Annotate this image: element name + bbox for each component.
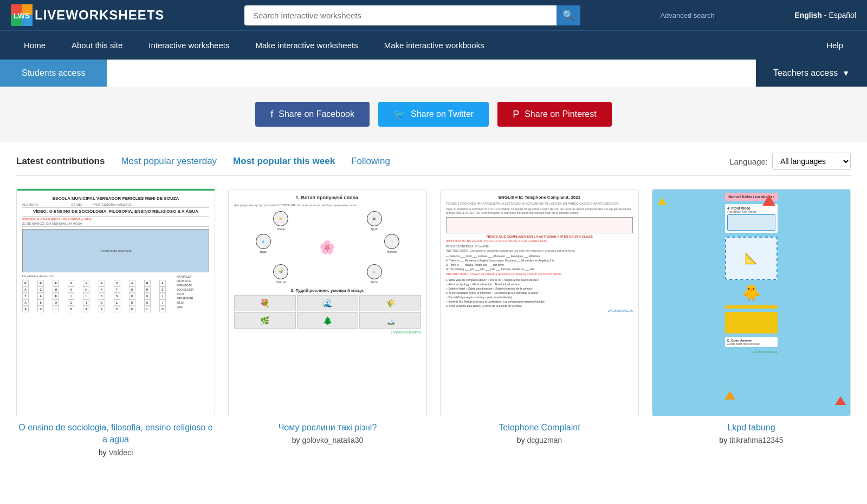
share-twitter-button[interactable]: 🐦 Share on Twitter <box>378 102 489 127</box>
logo-text: LIVEWORKSHEETS <box>35 8 164 23</box>
card-2-image: 1. Встав пропущені слова. Два рядки текс… <box>228 189 427 416</box>
card-4-title: Lkpd tabung <box>652 422 851 434</box>
language-select[interactable]: All languages English Spanish Portuguese… <box>772 153 851 170</box>
cards-grid: ESCOLA MUNICIPAL VEREADOR PERICLES RENI … <box>16 189 851 457</box>
search-container: 🔍 <box>244 5 580 25</box>
card-3-image: ENGLISH B: Telephone Complaint, 2021 TIE… <box>440 189 639 416</box>
twitter-icon: 🐦 <box>393 108 405 120</box>
content-area: Latest contributions Most popular yester… <box>0 142 867 468</box>
card-4-author: by titikrahma12345 <box>652 436 851 444</box>
social-share-bar: f Share on Facebook 🐦 Share on Twitter P… <box>0 87 867 142</box>
nav-home[interactable]: Home <box>11 31 59 60</box>
content-tabs: Latest contributions Most popular yester… <box>16 153 851 176</box>
tab-popular-yesterday[interactable]: Most popular yesterday <box>121 156 217 167</box>
main-nav: Home About this site Interactive workshe… <box>0 30 867 60</box>
card-1-image: ESCOLA MUNICIPAL VEREADOR PERICLES RENI … <box>16 189 215 416</box>
teachers-access-label: Teachers access <box>773 68 838 78</box>
tab-popular-week[interactable]: Most popular this week <box>233 156 335 167</box>
facebook-icon: f <box>270 109 273 120</box>
search-button[interactable]: 🔍 <box>557 5 580 25</box>
share-facebook-label: Share on Facebook <box>279 109 354 119</box>
nav-help[interactable]: Help <box>813 31 856 60</box>
lang-english[interactable]: English <box>794 11 822 19</box>
nav-make-worksheets[interactable]: Make interactive worksheets <box>242 31 371 60</box>
logo-icon: LWS <box>11 4 33 26</box>
nav-about[interactable]: About this site <box>59 31 135 60</box>
logo[interactable]: LWS LIVEWORKSHEETS <box>11 4 164 26</box>
triangle-decoration <box>762 195 775 206</box>
search-input[interactable] <box>244 5 580 25</box>
card-3[interactable]: ENGLISH B: Telephone Complaint, 2021 TIE… <box>440 189 639 457</box>
card-3-mockup: ENGLISH B: Telephone Complaint, 2021 TIE… <box>441 189 638 416</box>
share-twitter-label: Share on Twitter <box>411 109 474 119</box>
triangle-yellow-decoration <box>724 391 735 400</box>
card-2[interactable]: 1. Встав пропущені слова. Два рядки текс… <box>228 189 427 457</box>
tab-following[interactable]: Following <box>351 156 390 167</box>
card-2-mockup: 1. Встав пропущені слова. Два рядки текс… <box>229 189 426 416</box>
header: LWS LIVEWORKSHEETS 🔍 Advanced search Eng… <box>0 0 867 30</box>
language-filter-label: Language: <box>729 157 768 166</box>
students-access-button[interactable]: Students access <box>0 60 107 87</box>
lang-spanish[interactable]: Español <box>829 11 856 19</box>
tab-latest[interactable]: Latest contributions <box>16 156 105 167</box>
language-filter: Language: All languages English Spanish … <box>729 153 851 170</box>
card-2-title: Чому рослини такі різні? <box>228 422 427 434</box>
card-3-title: Telephone Complaint <box>440 422 639 434</box>
card-1-mockup: ESCOLA MUNICIPAL VEREADOR PERICLES RENI … <box>17 191 215 416</box>
card-1-author: by Valdeci <box>16 448 215 457</box>
nav-interactive[interactable]: Interactive worksheets <box>135 31 242 60</box>
pinterest-icon: P <box>513 109 519 120</box>
access-bar: Students access Teachers access ▼ <box>0 60 867 87</box>
share-pinterest-label: Share on Pinterest <box>525 109 597 119</box>
card-1-title: O ensino de sociologia, filosofia, ensin… <box>16 422 215 446</box>
share-facebook-button[interactable]: f Share on Facebook <box>255 102 370 127</box>
card-4[interactable]: Nama / Kelas / no absen : 4. Input Video… <box>652 189 851 457</box>
chevron-down-icon: ▼ <box>842 69 850 77</box>
nav-make-workbooks[interactable]: Make interactive workbooks <box>371 31 497 60</box>
card-1[interactable]: ESCOLA MUNICIPAL VEREADOR PERICLES RENI … <box>16 189 215 457</box>
search-icon: 🔍 <box>562 9 574 21</box>
share-pinterest-button[interactable]: P Share on Pinterest <box>497 102 612 127</box>
card-4-mockup: Nama / Kelas / no absen : 4. Input Video… <box>722 189 780 416</box>
teachers-access-button[interactable]: Teachers access ▼ <box>756 60 867 87</box>
language-switcher: English - Español <box>794 11 856 19</box>
card-2-author: by golovko_natalia30 <box>228 436 427 444</box>
card-4-image: Nama / Kelas / no absen : 4. Input Video… <box>652 189 851 416</box>
card-3-author: by dcguzman <box>440 436 639 444</box>
svg-text:LWS: LWS <box>14 11 30 20</box>
advanced-search-link[interactable]: Advanced search <box>660 11 714 19</box>
